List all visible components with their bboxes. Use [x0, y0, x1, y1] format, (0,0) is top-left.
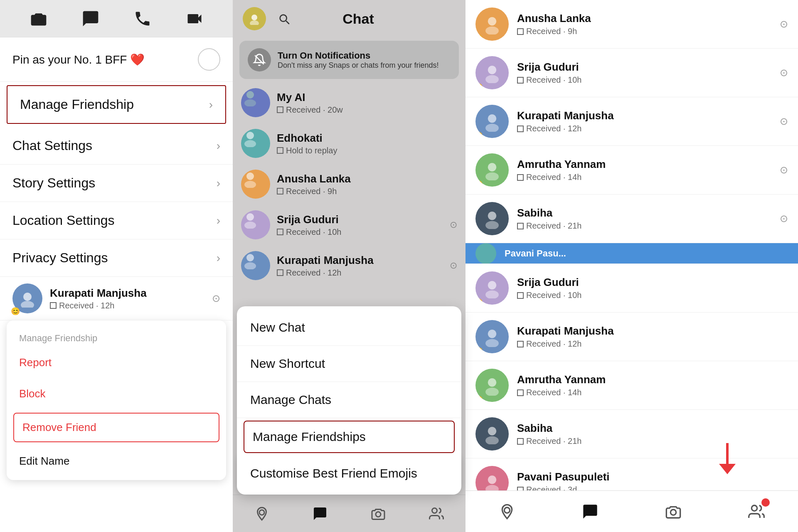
right-status-icon-amrutha [517, 174, 524, 181]
right-cam-amrutha[interactable]: ⊙ [780, 164, 788, 176]
right-avatar-srija: 😊 [475, 56, 509, 89]
phone-icon-btn[interactable] [130, 6, 155, 31]
customise-best-friend-item[interactable]: Customise Best Friend Emojis [237, 456, 461, 491]
anusha-status-icon [277, 188, 283, 195]
location-settings-row[interactable]: Location Settings › [0, 202, 233, 239]
arrow-indicator [715, 443, 740, 478]
right-item-amrutha[interactable]: 😊 Amrutha Yannam Received · 14h ⊙ [466, 146, 798, 195]
right-chat-btn[interactable] [574, 495, 607, 528]
svg-point-36 [485, 436, 499, 444]
chat-icon-btn[interactable] [78, 6, 103, 31]
right-cam-sabiha[interactable]: ⊙ [780, 213, 788, 224]
right-avatar-sabiha [475, 202, 509, 235]
right-name-anusha: Anusha Lanka [517, 12, 780, 25]
chat-header-title: Chat [294, 11, 422, 27]
right-info-anusha: Anusha Lanka Received · 9h [517, 12, 780, 36]
right-status-sabiha2: Received · 21h [517, 436, 788, 446]
camera-icon-btn[interactable] [26, 6, 51, 31]
right-item-srija[interactable]: 😊 Srija Guduri Received · 10h ⊙ [466, 49, 798, 97]
notif-text: Turn On Notifications Don't miss any Sna… [278, 50, 439, 70]
contact-avatar-wrap: 😊 [12, 283, 42, 313]
chat-item-edhokati[interactable]: Edhokati Hold to replay [233, 123, 466, 164]
remove-friend-item[interactable]: Remove Friend [13, 413, 219, 442]
right-status-anusha: Received · 9h [517, 27, 780, 36]
svg-point-26 [485, 172, 499, 180]
right-map-btn[interactable] [490, 495, 524, 528]
header-avatar-btn[interactable] [243, 7, 266, 30]
contact-status: Received · 12h [50, 301, 212, 310]
right-item-srija2[interactable]: 😊 Srija Guduri Received · 10h [466, 264, 798, 313]
manage-friendships-item[interactable]: Manage Friendships [244, 421, 455, 453]
edhokati-status-icon [277, 147, 283, 154]
right-item-sabiha[interactable]: Sabiha Received · 21h ⊙ [466, 195, 798, 243]
pin-bff-toggle[interactable] [198, 48, 220, 71]
right-item-amrutha2[interactable]: 😊 Amrutha Yannam Received · 14h [466, 361, 798, 410]
right-status-icon-srija [517, 77, 524, 84]
chat-item-myai[interactable]: My AI Received · 20w [233, 82, 466, 123]
new-chat-item[interactable]: New Chat [237, 310, 461, 346]
srija-cam-icon[interactable]: ⊙ [450, 219, 457, 230]
block-item[interactable]: Block [7, 378, 226, 409]
srija-name-mid: Srija Guduri [277, 213, 450, 226]
right-friends-btn[interactable] [740, 495, 773, 528]
location-settings-chevron: › [217, 214, 220, 227]
chat-search-btn[interactable] [273, 8, 294, 29]
chat-item-kurapati-mid[interactable]: Kurapati Manjusha Received · 12h ⊙ [233, 245, 466, 286]
chat-nav-btn-active[interactable] [305, 499, 335, 528]
right-item-kurapati2[interactable]: 😊 Kurapati Manjusha Received · 12h [466, 313, 798, 361]
chat-item-anusha[interactable]: Anusha Lanka Received · 9h [233, 164, 466, 204]
camera-action-icon[interactable]: ⊙ [212, 293, 220, 304]
right-item-kurapati[interactable]: 😊 Kurapati Manjusha Received · 12h ⊙ [466, 97, 798, 146]
right-name-sabiha2: Sabiha [517, 422, 788, 435]
svg-point-13 [244, 222, 256, 229]
kurapati-cam-icon-mid[interactable]: ⊙ [450, 260, 457, 271]
friends-badge [761, 498, 770, 507]
right-item-anusha[interactable]: 😊 Anusha Lanka Received · 9h ⊙ [466, 0, 798, 49]
right-cam-srija[interactable]: ⊙ [780, 67, 788, 79]
svg-point-2 [21, 301, 34, 308]
contact-row-kurapati[interactable]: 😊 Kurapati Manjusha Received · 12h ⊙ [0, 277, 233, 320]
svg-point-28 [485, 221, 499, 229]
map-nav-btn[interactable] [247, 499, 276, 528]
edhokati-avatar [241, 129, 270, 158]
svg-point-20 [485, 27, 499, 34]
notification-banner[interactable]: Turn On Notifications Don't miss any Sna… [239, 41, 459, 79]
new-shortcut-item[interactable]: New Shortcut [237, 346, 461, 382]
kurapati-status-icon-mid [277, 269, 283, 276]
right-avatar-kurapati: 😊 [475, 105, 509, 138]
status-square-icon [50, 302, 57, 309]
chat-settings-row[interactable]: Chat Settings › [0, 127, 233, 165]
myai-name: My AI [277, 91, 457, 104]
myai-status: Received · 20w [277, 105, 457, 115]
right-cam-kurapati[interactable]: ⊙ [780, 116, 788, 127]
story-settings-row[interactable]: Story Settings › [0, 165, 233, 202]
right-chat-list: 😊 Anusha Lanka Received · 9h ⊙ 😊 Srija G… [466, 0, 798, 490]
friends-nav-btn[interactable] [422, 499, 451, 528]
right-info-kurapati2: Kurapati Manjusha Received · 12h [517, 325, 788, 349]
right-name-pavani: Pavani Pasupuleti [517, 470, 788, 483]
report-item[interactable]: Report [7, 347, 226, 378]
right-status-srija2: Received · 10h [517, 291, 788, 300]
srija-avatar-mid [241, 210, 270, 239]
right-item-sabiha2[interactable]: Sabiha Received · 21h [466, 410, 798, 458]
chat-item-srija[interactable]: Srija Guduri Received · 10h ⊙ [233, 204, 466, 245]
right-name-srija: Srija Guduri [517, 61, 780, 74]
location-settings-label: Location Settings [12, 213, 115, 228]
svg-point-35 [488, 427, 496, 435]
contact-status-text: Received · 12h [59, 301, 114, 310]
right-item-partial[interactable]: Pavani Pasu... [466, 243, 798, 264]
manage-friendship-row[interactable]: Manage Friendship › [7, 85, 226, 124]
right-bottom-nav [466, 490, 798, 532]
privacy-settings-row[interactable]: Privacy Settings › [0, 239, 233, 277]
right-camera-btn[interactable] [657, 495, 690, 528]
manage-chats-item[interactable]: Manage Chats [237, 382, 461, 418]
right-cam-anusha[interactable]: ⊙ [780, 18, 788, 30]
edit-name-item[interactable]: Edit Name [7, 446, 226, 477]
svg-point-23 [488, 114, 496, 123]
privacy-settings-chevron: › [217, 251, 220, 265]
contact-name: Kurapati Manjusha [50, 287, 212, 300]
camera-nav-btn[interactable] [364, 499, 393, 528]
video-icon-btn[interactable] [182, 6, 207, 31]
right-item-pavani[interactable]: Pavani Pasupuleti Received · 3d [466, 458, 798, 490]
right-status-icon-kurapati [517, 126, 524, 132]
